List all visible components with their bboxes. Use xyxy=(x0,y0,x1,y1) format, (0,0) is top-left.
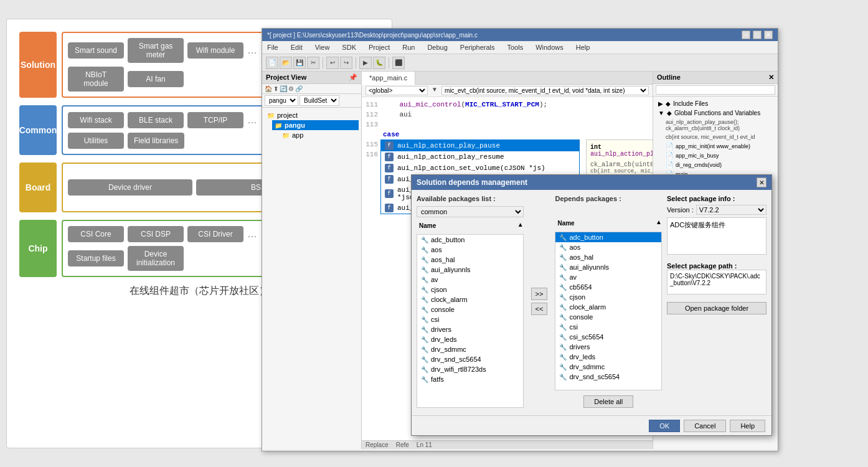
avail-item-drv-wifi[interactable]: 🔧 drv_wifi_rtl8723ds xyxy=(417,364,523,374)
outline-close[interactable]: ✕ xyxy=(768,73,774,82)
menu-windows[interactable]: Windows xyxy=(533,42,566,52)
help-button[interactable]: Help xyxy=(730,420,765,432)
ac-item-2[interactable]: f aui_nlp_action_set_volume(cJSON *js) xyxy=(381,163,579,174)
component-smart-sound[interactable]: Smart sound xyxy=(68,42,124,59)
dep-item-aos-hal[interactable]: 🔧 aos_hal xyxy=(555,252,661,262)
avail-item-console[interactable]: 🔧 console xyxy=(417,304,523,314)
component-ble-stack[interactable]: BLE stack xyxy=(128,112,184,128)
menu-file[interactable]: File xyxy=(265,42,281,52)
toolbar-save[interactable]: 💾 xyxy=(293,57,306,69)
status-replace[interactable]: Replace xyxy=(366,441,389,448)
tree-item-app[interactable]: 📁 app xyxy=(280,130,359,140)
avail-item-drivers[interactable]: 🔧 drivers xyxy=(417,324,523,334)
project-btn-up[interactable]: ⬆ xyxy=(273,85,278,92)
dep-item-aui-aliyunnls[interactable]: 🔧 aui_aliyunnls xyxy=(555,262,661,272)
dialog-close-button[interactable]: ✕ xyxy=(757,177,767,187)
dep-item-cb5654[interactable]: 🔧 cb5654 xyxy=(555,282,661,292)
toolbar-new[interactable]: 📄 xyxy=(266,57,278,69)
outline-item-mic-busy[interactable]: 📄 app_mic_is_busy xyxy=(656,151,775,160)
avail-item-cjson[interactable]: 🔧 cjson xyxy=(417,285,523,295)
minimize-button[interactable]: ─ xyxy=(742,31,750,39)
editor-tab-appmain[interactable]: *app_main.c xyxy=(362,72,415,85)
ac-item-0[interactable]: f aui_nlp_action_play_pause xyxy=(381,140,579,151)
outline-item-play-pause[interactable]: aui_nlp_action_play_pause(); ck_alarm_cb… xyxy=(656,118,775,133)
ok-button[interactable]: OK xyxy=(649,420,680,432)
component-tcp-ip[interactable]: TCP/IP xyxy=(187,112,243,128)
outline-item-cb[interactable]: cb(int source, mic_event_id_t evt_id xyxy=(656,133,775,141)
avail-item-adc-button[interactable]: 🔧 adc_button xyxy=(417,235,523,245)
dep-item-drv-sdmmc[interactable]: 🔧 drv_sdmmc xyxy=(555,362,661,372)
component-utilities[interactable]: Utilities xyxy=(68,133,124,149)
menu-view[interactable]: View xyxy=(313,42,333,52)
ac-item-1[interactable]: f aui_nlp_action_play_resume xyxy=(381,151,579,163)
outline-global-funcs[interactable]: ▼ ◆ Global Functions and Variables xyxy=(656,108,775,118)
component-ai-fan[interactable]: AI fan xyxy=(128,71,184,87)
avail-item-aos[interactable]: 🔧 aos xyxy=(417,245,523,255)
component-field-libs[interactable]: Field libraries xyxy=(128,133,184,149)
avail-item-av[interactable]: 🔧 av xyxy=(417,275,523,285)
open-folder-button[interactable]: Open package folder xyxy=(667,302,767,314)
project-btn-link[interactable]: 🔗 xyxy=(295,85,303,92)
dep-item-aos[interactable]: 🔧 aos xyxy=(555,242,661,252)
status-refe[interactable]: Refe xyxy=(396,441,409,448)
toolbar-open[interactable]: 📂 xyxy=(280,57,292,69)
menu-peripherals[interactable]: Peripherals xyxy=(458,42,498,52)
dep-item-csi[interactable]: 🔧 csi xyxy=(555,322,661,332)
avail-item-csi[interactable]: 🔧 csi xyxy=(417,314,523,324)
outline-include-files[interactable]: ▶ ◆ Include Files xyxy=(656,99,775,108)
project-btn-home[interactable]: 🏠 xyxy=(265,85,272,92)
menu-debug[interactable]: Debug xyxy=(425,42,450,52)
avail-item-clock-alarm[interactable]: 🔧 clock_alarm xyxy=(417,295,523,304)
global-select[interactable]: <global> xyxy=(366,86,428,95)
toolbar-build[interactable]: ▶ xyxy=(359,57,372,69)
avail-item-aos-hal[interactable]: 🔧 aos_hal xyxy=(417,255,523,265)
tree-item-pangu[interactable]: 📁 pangu xyxy=(272,120,359,130)
delete-all-button[interactable]: Delete all xyxy=(583,395,633,408)
avail-item-drv-snd-sc5654[interactable]: 🔧 drv_snd_sc5654 xyxy=(417,354,523,364)
outline-search-input[interactable] xyxy=(656,85,775,95)
avail-item-drv-sdmmc[interactable]: 🔧 drv_sdmmc xyxy=(417,344,523,354)
component-smart-gas[interactable]: Smart gasmeter xyxy=(128,38,184,63)
dep-item-adc-button[interactable]: 🔧 adc_button xyxy=(555,232,661,242)
component-wifi-module[interactable]: Wifi module xyxy=(187,42,243,59)
menu-sdk[interactable]: SDK xyxy=(339,42,359,52)
component-csi-driver[interactable]: CSI Driver xyxy=(187,226,243,242)
menu-edit[interactable]: Edit xyxy=(288,42,305,52)
dep-item-drv-leds[interactable]: 🔧 drv_leds xyxy=(555,352,661,362)
component-nbiot[interactable]: NBIoTmodule xyxy=(68,67,124,92)
tree-item-project[interactable]: 📁 project xyxy=(265,110,359,120)
project-btn-refresh[interactable]: 🔄 xyxy=(280,85,287,92)
dep-item-drivers[interactable]: 🔧 drivers xyxy=(555,342,661,352)
component-wifi-stack[interactable]: Wifi stack xyxy=(68,112,124,128)
project-panel-pin[interactable]: 📌 xyxy=(349,73,357,82)
component-startup[interactable]: Startup files xyxy=(68,250,124,267)
menu-project[interactable]: Project xyxy=(366,42,392,52)
toolbar-debug[interactable]: 🐛 xyxy=(373,57,385,69)
dep-item-drv-snd-sc5654[interactable]: 🔧 drv_snd_sc5654 xyxy=(555,372,661,382)
component-device-driver[interactable]: Device driver xyxy=(68,179,192,196)
component-csi-core[interactable]: CSI Core xyxy=(68,226,124,242)
dep-item-clock-alarm[interactable]: 🔧 clock_alarm xyxy=(555,302,661,312)
avail-item-fatfs[interactable]: 🔧 fatfs xyxy=(417,374,523,384)
maximize-button[interactable]: □ xyxy=(753,31,762,39)
menu-run[interactable]: Run xyxy=(400,42,417,52)
outline-item-mic-init[interactable]: 📄 app_mic_init(int www_enable) xyxy=(656,141,775,151)
remove-dependency-button[interactable]: << xyxy=(531,303,548,315)
component-csi-dsp[interactable]: CSI DSP xyxy=(128,226,184,242)
project-name-select[interactable]: pangu xyxy=(265,95,298,106)
depends-listbox[interactable]: 🔧 adc_button 🔧 aos 🔧 aos_hal 🔧 aui_aliyu… xyxy=(555,232,662,390)
function-select[interactable]: mic_evt_cb(int source, mic_event_id_t ev… xyxy=(441,86,649,95)
component-device-init[interactable]: Deviceinitialization xyxy=(128,246,184,271)
project-buildset-select[interactable]: BuildSet xyxy=(300,95,339,106)
dep-item-cjson[interactable]: 🔧 cjson xyxy=(555,292,661,302)
toolbar-redo[interactable]: ↪ xyxy=(340,57,352,69)
cancel-button[interactable]: Cancel xyxy=(684,420,726,432)
filter-select[interactable]: common xyxy=(417,206,524,217)
dep-item-av[interactable]: 🔧 av xyxy=(555,272,661,282)
available-listbox[interactable]: 🔧 adc_button 🔧 aos 🔧 aos_hal 🔧 aui_aliyu… xyxy=(417,234,524,408)
add-dependency-button[interactable]: >> xyxy=(531,288,548,300)
outline-item-di-reg[interactable]: 📄 di_reg_cmds(void) xyxy=(656,160,775,169)
project-btn-settings[interactable]: ⚙ xyxy=(288,85,294,92)
toolbar-cut[interactable]: ✂ xyxy=(307,57,319,69)
avail-item-aui-aliyunnls[interactable]: 🔧 aui_aliyunnls xyxy=(417,265,523,275)
